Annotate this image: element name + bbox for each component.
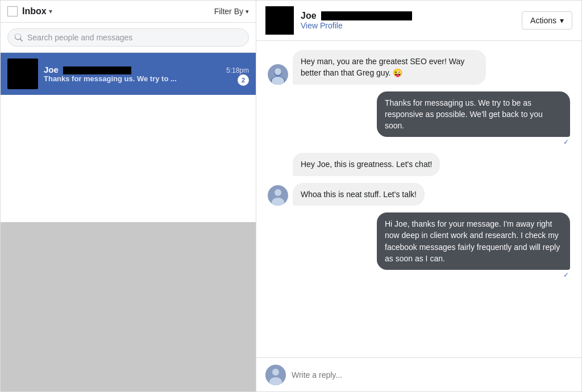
filter-by-label: Filter By [214,7,243,16]
reply-avatar [265,365,286,385]
message-row: Hey Joe, this is greatness. Let's chat! [268,153,570,176]
svg-point-9 [272,369,279,376]
sender-avatar-image [268,64,288,85]
search-input[interactable] [27,33,242,42]
conversation-avatar [7,59,38,89]
sent-wrapper: Thanks for messaging us. We try to be as… [377,91,570,147]
messages-area: Hey man, you are the greatest SEO ever! … [256,41,581,357]
conversation-item[interactable]: Joe 5:18pm Thanks for messaging us. We t… [1,53,256,95]
sidebar-empty-area [1,222,256,391]
svg-point-6 [275,189,281,196]
search-box [7,28,249,47]
read-check-icon: ✓ [563,271,569,279]
chat-area: Joe View Profile Actions ▾ [256,1,581,391]
conversation-info: Joe 5:18pm Thanks for messaging us. We t… [44,65,249,83]
read-check-icon: ✓ [563,138,569,146]
conversation-name-redacted [63,66,131,74]
sender-avatar-image [268,185,288,206]
conversation-name: Joe [44,65,131,74]
inbox-title: Inbox [22,6,47,16]
reply-input[interactable] [292,370,572,380]
conversation-time: 5:18pm [226,66,249,74]
chat-header-name: Joe [301,11,522,21]
chat-header-info: Joe View Profile [301,11,522,30]
conversation-list: Joe 5:18pm Thanks for messaging us. We t… [1,53,256,222]
message-avatar [268,185,288,206]
message-bubble: Whoa this is neat stuff. Let's talk! [293,183,425,206]
reply-user-avatar [265,365,286,385]
filter-by-button[interactable]: Filter By ▾ [214,7,249,16]
conversation-preview: Thanks for messaging us. We try to ... [44,74,249,83]
search-icon [15,34,23,41]
svg-point-3 [275,68,281,75]
filter-chevron-icon: ▾ [246,8,249,15]
message-text: Hey man, you are the greatest SEO ever! … [301,57,464,77]
reply-area [256,357,581,391]
message-avatar [268,64,288,85]
message-row: Thanks for messaging us. We try to be as… [268,91,570,147]
conversation-badge: 2 [238,74,249,86]
view-profile-link[interactable]: View Profile [301,21,343,30]
search-container [1,23,256,53]
sidebar: Inbox ▾ Filter By ▾ Joe [1,1,256,391]
actions-label: Actions [530,16,556,25]
message-bubble: Thanks for messaging us. We try to be as… [377,91,570,137]
chat-header: Joe View Profile Actions ▾ [256,1,581,41]
message-row: Hi Joe, thanks for your message. I'm awa… [268,212,570,279]
message-row: Whoa this is neat stuff. Let's talk! [268,183,570,206]
message-bubble: Hi Joe, thanks for your message. I'm awa… [377,212,570,270]
message-text: Hi Joe, thanks for your message. I'm awa… [385,219,560,263]
message-text: Hey Joe, this is greatness. Let's chat! [301,160,432,169]
message-text: Whoa this is neat stuff. Let's talk! [301,190,417,199]
message-row: Hey man, you are the greatest SEO ever! … [268,50,570,85]
actions-chevron-icon: ▾ [560,16,564,25]
conversation-header-row: Joe 5:18pm [44,65,249,74]
inbox-checkbox[interactable] [7,6,18,16]
chat-name-redacted [321,11,412,20]
actions-button[interactable]: Actions ▾ [522,11,572,30]
message-bubble: Hey man, you are the greatest SEO ever! … [293,50,486,85]
inbox-dropdown-icon[interactable]: ▾ [49,7,52,15]
message-text: Thanks for messaging us. We try to be as… [385,98,543,131]
message-bubble: Hey Joe, this is greatness. Let's chat! [293,153,440,176]
sent-wrapper: Hi Joe, thanks for your message. I'm awa… [377,212,570,279]
app-container: Inbox ▾ Filter By ▾ Joe [0,0,582,392]
sidebar-header: Inbox ▾ Filter By ▾ [1,1,256,23]
chat-header-avatar [265,6,294,35]
